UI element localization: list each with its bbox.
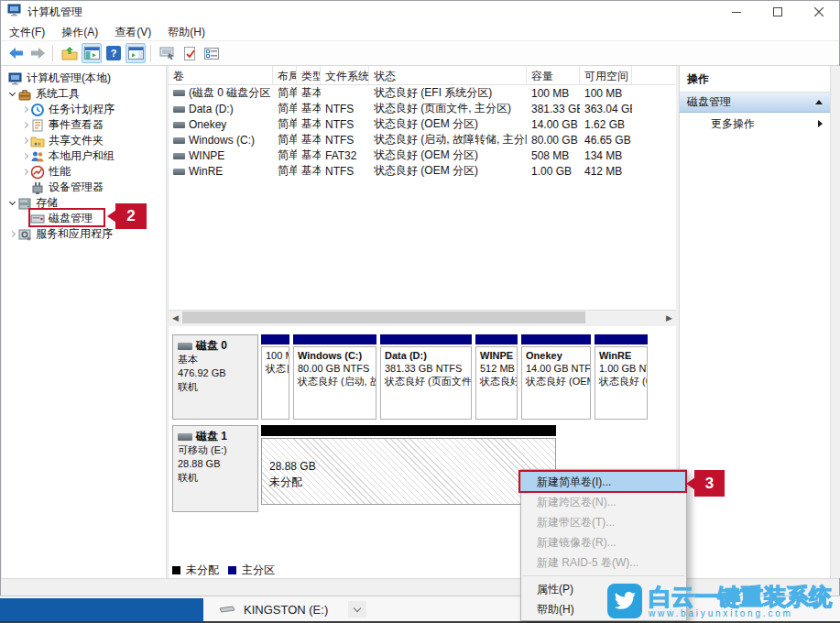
tree-item-task-scheduler[interactable]: 任务计划程序 [2,102,166,117]
actions-section-disk-management[interactable]: 磁盘管理 [680,93,830,113]
properties-list-icon[interactable] [202,43,222,63]
cell-capacity: 1.00 GB [527,165,580,178]
more-actions[interactable]: 更多操作 [680,113,830,135]
disk0-partitions: 100 MB 状态良好 Windows (C:) 80.00 GB NTFS 状… [261,334,648,420]
volume-list-pane: 卷 布局 类型 文件系统 状态 容量 可用空间 (磁盘 0 磁盘分区 1) 简单… [168,66,676,323]
column-header-capacity[interactable]: 容量 [527,66,580,84]
disk-size: 28.88 GB [178,457,253,471]
chevron-right-icon[interactable] [19,154,30,158]
partition-data-d[interactable]: Data (D:) 381.33 GB NTFS 状态良好 (页面文件, 主分区… [380,334,472,420]
chevron-right-icon[interactable] [6,232,17,236]
cell-layout: 简单 [273,132,297,148]
unallocated-legend-swatch [172,566,180,574]
disk-name: 磁盘 1 [196,430,227,443]
partition-color-bar [521,334,591,344]
tree-item-device-manager[interactable]: 设备管理器 [2,180,166,195]
tree-item-computer-management[interactable]: 计算机管理(本地) [2,71,166,86]
forward-icon[interactable] [27,43,48,63]
shared-folder-icon [30,134,45,148]
column-header-free-space[interactable]: 可用空间 [580,66,632,84]
menu-file[interactable]: 文件(F) [1,23,53,41]
column-header-type[interactable]: 类型 [297,66,321,84]
tree-item-system-tools[interactable]: 系统工具 [2,86,166,102]
window-right-gutter [830,66,840,578]
scroll-right-arrow[interactable]: ▶ [662,311,676,324]
table-row[interactable]: Data (D:) 简单 基本 NTFS 状态良好 (页面文件, 主分区) 38… [169,101,676,116]
scroll-left-arrow[interactable]: ◀ [169,311,182,324]
tree-item-performance[interactable]: 性能 [2,164,166,180]
action-pane-toggle-icon[interactable] [125,43,146,63]
tree-item-label: 计算机管理(本地) [27,71,111,86]
back-icon[interactable] [5,43,26,63]
disk-type: 可移动 (E:) [178,443,253,457]
menu-separator [523,575,684,576]
collapse-icon[interactable] [815,100,823,104]
chevron-right-icon[interactable] [19,123,30,127]
up-folder-icon[interactable] [60,43,80,63]
scrollbar-thumb[interactable] [182,312,585,323]
toolbar-separator [52,45,53,61]
unallocated-region[interactable]: 28.88 GB 未分配 [261,425,556,512]
menu-item-new-simple-volume[interactable]: 新建简单卷(I)... [521,472,686,492]
menu-view[interactable]: 查看(V) [106,23,159,41]
partition-color-bar [475,334,518,344]
partition-onekey[interactable]: Onekey 14.00 GB NTFS 状态良好 (OEM 分区) [521,334,591,420]
partition-efi[interactable]: 100 MB 状态良好 [261,334,289,420]
table-row[interactable]: WINPE 简单 基本 FAT32 状态良好 (OEM 分区) 508 MB 1… [169,148,676,163]
table-row[interactable]: (磁盘 0 磁盘分区 1) 简单 基本 状态良好 (EFI 系统分区) 100 … [169,85,676,101]
tree-item-label: 事件查看器 [49,117,104,133]
close-button[interactable] [798,1,839,23]
screen-pointer-icon[interactable] [158,43,178,63]
table-row[interactable]: WinRE 简单 基本 NTFS 状态良好 (OEM 分区) 1.00 GB 4… [169,163,676,179]
tree-item-event-viewer[interactable]: 事件查看器 [2,117,166,133]
disk1-label[interactable]: 磁盘 1 可移动 (E:) 28.88 GB 联机 [172,425,258,512]
table-row[interactable]: Onekey 简单 基本 NTFS 状态良好 (OEM 分区) 14.00 GB… [169,116,676,132]
menu-help[interactable]: 帮助(H) [159,23,213,41]
console-tree-toggle-icon[interactable] [82,43,102,63]
cell-free-space: 100 MB [580,87,632,100]
cell-volume: WinRE [189,165,223,178]
tree-item-shared-folders[interactable]: 共享文件夹 [2,133,166,148]
partition-name: WINPE [480,349,513,362]
cell-filesystem: NTFS [321,165,369,178]
chevron-down-icon[interactable] [6,202,17,204]
cell-layout: 简单 [273,148,297,163]
watermark-bird-icon [607,584,642,618]
chevron-right-icon[interactable] [19,169,30,174]
disk0-label[interactable]: 磁盘 0 基本 476.92 GB 联机 [172,334,258,420]
event-viewer-icon [30,118,45,133]
watermark-url: www.baiyunxitong.com [649,608,832,618]
column-header-volume[interactable]: 卷 [169,66,273,84]
task-check-icon[interactable] [180,43,200,63]
partition-winre[interactable]: WinRE 1.00 GB NTFS 状态良好 (OEM 分区) [595,334,648,420]
table-row[interactable]: Windows (C:) 简单 基本 NTFS 状态良好 (启动, 故障转储, … [169,132,676,148]
svg-text:?: ? [111,48,117,59]
chevron-right-icon[interactable] [19,138,30,143]
drive-selector-combo[interactable]: KINGSTON (E:) [203,596,366,622]
cell-volume: (磁盘 0 磁盘分区 1) [189,86,273,99]
cell-type: 基本 [297,85,321,101]
chevron-right-icon[interactable] [19,107,30,112]
tree-item-label: 设备管理器 [49,180,104,195]
minimize-button[interactable] [715,1,757,23]
maximize-button[interactable] [757,1,798,23]
cell-capacity: 508 MB [527,149,580,162]
cell-filesystem: NTFS [321,118,369,131]
chevron-down-icon[interactable] [6,93,17,95]
column-header-layout[interactable]: 布局 [273,66,297,84]
tree-item-local-users-groups[interactable]: 本地用户和组 [2,148,166,164]
help-icon[interactable]: ? [104,43,124,63]
disk-status: 联机 [178,471,253,485]
column-header-filesystem[interactable]: 文件系统 [321,66,369,84]
partition-status: 状态良好 (OEM 分区) [480,375,513,388]
horizontal-scrollbar[interactable]: ◀ ▶ [169,310,676,323]
cell-free-space: 134 MB [580,149,632,162]
partition-windows-c[interactable]: Windows (C:) 80.00 GB NTFS 状态良好 (启动, 故障转… [293,334,376,420]
chevron-down-icon[interactable] [348,601,366,618]
menu-item-new-mirrored-volume: 新建镜像卷(R)... [521,532,686,552]
partition-winpe[interactable]: WINPE 512 MB FAT32 状态良好 (OEM 分区) [475,334,518,420]
column-header-status[interactable]: 状态 [369,66,527,84]
actions-title: 操作 [680,66,830,93]
menu-action[interactable]: 操作(A) [53,23,106,41]
disk-management-icon [30,212,45,226]
